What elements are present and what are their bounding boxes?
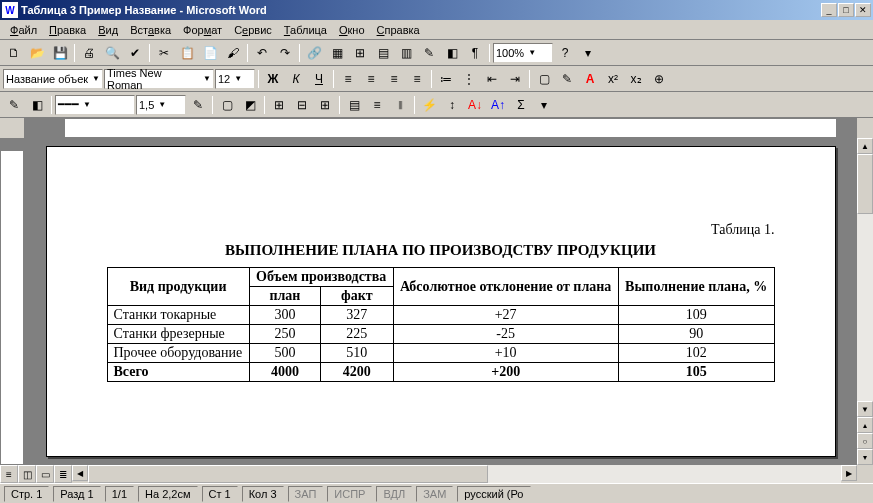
bullets-icon[interactable]: ⋮ [458,68,480,90]
excel-icon[interactable]: ▤ [372,42,394,64]
more-icon[interactable]: ▾ [577,42,599,64]
next-page-icon[interactable]: ▾ [857,449,873,465]
align-cell-icon[interactable]: ▤ [343,94,365,116]
open-icon[interactable]: 📂 [26,42,48,64]
paste-icon[interactable]: 📄 [199,42,221,64]
merge-cells-icon[interactable]: ⊟ [291,94,313,116]
print-icon[interactable]: 🖨 [78,42,100,64]
split-cells-icon[interactable]: ⊞ [314,94,336,116]
status-trk[interactable]: ИСПР [327,486,372,502]
cell-plan[interactable]: 300 [249,306,320,325]
cut-icon[interactable]: ✂ [153,42,175,64]
align-left-icon[interactable]: ≡ [337,68,359,90]
shading-icon[interactable]: ◩ [239,94,261,116]
browse-object-icon[interactable]: ○ [857,433,873,449]
lang-icon[interactable]: ⊕ [648,68,670,90]
menu-insert[interactable]: Вставка [124,22,177,38]
horizontal-ruler[interactable] [24,118,857,138]
cell-name[interactable]: Всего [107,363,249,382]
status-rec[interactable]: ЗАП [288,486,324,502]
sort-asc-icon[interactable]: А↓ [464,94,486,116]
status-lang[interactable]: русский (Ро [457,486,530,502]
outline-view-icon[interactable]: ≣ [54,465,72,483]
border-color-icon[interactable]: ✎ [187,94,209,116]
justify-icon[interactable]: ≡ [406,68,428,90]
cell-dev[interactable]: +200 [393,363,618,382]
document-area[interactable]: Таблица 1. ВЫПОЛНЕНИЕ ПЛАНА ПО ПРОИЗВОДС… [24,138,857,465]
redo-icon[interactable]: ↷ [274,42,296,64]
hyperlink-icon[interactable]: 🔗 [303,42,325,64]
normal-view-icon[interactable]: ≡ [0,465,18,483]
spellcheck-icon[interactable]: ✔ [124,42,146,64]
menu-format[interactable]: Формат [177,22,228,38]
outdent-icon[interactable]: ⇤ [481,68,503,90]
insert-table2-icon[interactable]: ⊞ [268,94,290,116]
menu-edit[interactable]: Правка [43,22,92,38]
cell-name[interactable]: Станки фрезерные [107,325,249,344]
outside-border-icon[interactable]: ▢ [216,94,238,116]
status-ext[interactable]: ВДЛ [376,486,412,502]
data-table[interactable]: Вид продукции Объем производства Абсолют… [107,267,775,382]
scroll-up-icon[interactable]: ▲ [857,138,873,154]
menu-table[interactable]: Таблица [278,22,333,38]
menu-window[interactable]: Окно [333,22,371,38]
align-center-icon[interactable]: ≡ [360,68,382,90]
line-weight-combo[interactable]: 1,5▼ [136,95,186,115]
prev-page-icon[interactable]: ▴ [857,417,873,433]
new-icon[interactable]: 🗋 [3,42,25,64]
cell-fact[interactable]: 4200 [321,363,393,382]
maximize-button[interactable]: □ [838,3,854,17]
close-button[interactable]: ✕ [855,3,871,17]
status-ovr[interactable]: ЗАМ [416,486,453,502]
format-painter-icon[interactable]: 🖌 [222,42,244,64]
table-row[interactable]: Станки фрезерные 250 225 -25 90 [107,325,774,344]
cell-fact[interactable]: 510 [321,344,393,363]
cell-name[interactable]: Станки токарные [107,306,249,325]
line-style-combo[interactable]: ━━━▼ [55,95,135,115]
vertical-scrollbar[interactable]: ▲ ▼ ▴ ○ ▾ [857,138,873,465]
indent-icon[interactable]: ⇥ [504,68,526,90]
cell-plan[interactable]: 250 [249,325,320,344]
show-all-icon[interactable]: ¶ [464,42,486,64]
preview-icon[interactable]: 🔍 [101,42,123,64]
scroll-thumb[interactable] [857,154,873,214]
more2-icon[interactable]: ▾ [533,94,555,116]
cell-pct[interactable]: 90 [618,325,774,344]
menu-help[interactable]: Справка [371,22,426,38]
numbering-icon[interactable]: ≔ [435,68,457,90]
cell-fact[interactable]: 327 [321,306,393,325]
cell-pct[interactable]: 105 [618,363,774,382]
highlight-icon[interactable]: ✎ [556,68,578,90]
sort-desc-icon[interactable]: А↑ [487,94,509,116]
vertical-ruler[interactable] [0,138,24,465]
underline-icon[interactable]: Ч [308,68,330,90]
drawing-icon[interactable]: ✎ [418,42,440,64]
undo-icon[interactable]: ↶ [251,42,273,64]
font-color-icon[interactable]: A [579,68,601,90]
autosum-icon[interactable]: Σ [510,94,532,116]
scroll-left-icon[interactable]: ◀ [72,465,88,481]
menu-view[interactable]: Вид [92,22,124,38]
eraser-icon[interactable]: ◧ [26,94,48,116]
cell-dev[interactable]: +27 [393,306,618,325]
scroll-down-icon[interactable]: ▼ [857,401,873,417]
dist-cols-icon[interactable]: ⦀ [389,94,411,116]
cell-fact[interactable]: 225 [321,325,393,344]
hscroll-thumb[interactable] [88,465,488,483]
table-row[interactable]: Прочее оборудование 500 510 +10 102 [107,344,774,363]
cell-dev[interactable]: -25 [393,325,618,344]
help-icon[interactable]: ? [554,42,576,64]
zoom-combo[interactable]: 100%▼ [493,43,553,63]
dist-rows-icon[interactable]: ≡ [366,94,388,116]
autoformat-icon[interactable]: ⚡ [418,94,440,116]
draw-table-icon[interactable]: ✎ [3,94,25,116]
font-combo[interactable]: Times New Roman▼ [104,69,214,89]
cell-pct[interactable]: 102 [618,344,774,363]
horizontal-scrollbar[interactable]: ◀ ▶ [72,465,857,483]
cell-plan[interactable]: 500 [249,344,320,363]
print-view-icon[interactable]: ▭ [36,465,54,483]
bold-icon[interactable]: Ж [262,68,284,90]
insert-table-icon[interactable]: ⊞ [349,42,371,64]
cell-plan[interactable]: 4000 [249,363,320,382]
subscript-icon[interactable]: x₂ [625,68,647,90]
